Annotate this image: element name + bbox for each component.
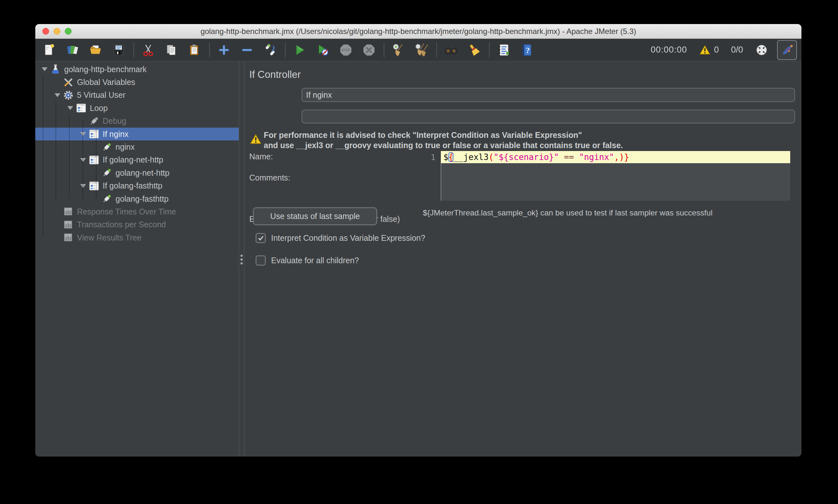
toolbar-separator [209,43,210,57]
toolbar: STOP? 00:00:00 0 0/0 [35,39,801,61]
warning-triangle-icon [699,44,711,56]
tree-item-response-times-over-time[interactable]: Response Times Over Time [35,205,239,218]
new-button[interactable] [40,41,58,59]
tree-item-label: Response Times Over Time [77,207,176,216]
tree-item-label: If golang-fasthttp [103,181,162,191]
checkbox-box[interactable] [256,233,266,243]
interpret-condition-checkbox[interactable]: Interpret Condition as Variable Expressi… [256,233,425,243]
tree-item-label: golang-net-http [116,168,169,178]
tree-item-label: If nginx [103,129,129,139]
tree-item-label: Debug [103,116,126,126]
evaluate-all-children-checkbox[interactable]: Evaluate for all children? [256,255,359,266]
expander-collapse-icon[interactable] [77,184,89,188]
tree-item-if-golang-net-http[interactable]: If golang-net-http [35,154,239,166]
jmeter-logo-icon [780,43,794,57]
controller-icon [89,129,100,140]
start-no-pauses-icon [316,43,330,57]
controller-icon [76,103,87,113]
last-sample-helper-text: ${JMeterThread.last_sample_ok} can be us… [423,209,713,217]
expander-collapse-icon[interactable] [39,67,50,71]
panel-splitter[interactable] [239,61,244,456]
start-button[interactable] [291,41,309,59]
name-input[interactable] [301,88,795,102]
tree-item-nginx[interactable]: nginx [35,140,239,153]
clear-button[interactable] [389,41,407,59]
toolbar-separator [436,43,437,57]
window-controls [42,24,72,38]
expression-code-line[interactable]: ${__jexl3("${scenario}" == "nginx",)} [441,151,790,163]
titlebar: golang-http-benchmark.jmx (/Users/nicola… [35,24,801,39]
tree-item-golang-http-benchmark[interactable]: golang-http-benchmark [35,63,239,76]
checkbox-label: Interpret Condition as Variable Expressi… [271,233,425,243]
content-area: golang-http-benchmarkGlobal Variables5 V… [35,61,801,456]
paste-icon [187,43,202,57]
close-button[interactable] [42,28,49,35]
zoom-button[interactable] [65,28,72,35]
expander-collapse-icon[interactable] [77,132,89,136]
shutdown-icon [362,43,376,57]
plus-icon [217,43,231,57]
save-button[interactable] [110,41,128,59]
tree-item-transactions-per-second[interactable]: Transactions per Second [35,218,239,231]
tree-item-loop[interactable]: Loop [35,102,239,114]
tree-item-5-virtual-user[interactable]: 5 Virtual User [35,89,239,102]
tree-item-label: nginx [116,142,135,152]
search-reset-button[interactable] [465,41,483,59]
copy-icon [164,43,178,57]
toolbar-buttons: STOP? [40,39,541,61]
elapsed-timer: 00:00:00 [651,45,687,55]
save-icon [112,43,126,57]
comments-input[interactable] [301,110,795,123]
add-element-button[interactable] [215,41,233,59]
clear-all-icon [415,43,429,57]
line-number: 1 [428,151,438,163]
toggle-element-button[interactable] [261,41,279,59]
start-no-pauses-button[interactable] [314,41,332,59]
tree-item-if-nginx[interactable]: If nginx [35,128,239,140]
cut-icon [141,43,155,57]
performance-warning-text: For performance it is advised to check "… [264,130,623,150]
tree-item-global-variables[interactable]: Global Variables [35,76,239,89]
tree-item-golang-net-http[interactable]: golang-net-http [35,166,239,179]
tree-item-if-golang-fasthttp[interactable]: If golang-fasthttp [35,180,239,192]
expander-collapse-icon[interactable] [65,106,76,110]
checkbox-box[interactable] [256,255,266,266]
expander-collapse-icon[interactable] [77,158,89,162]
log-errors-indicator[interactable]: 0 [699,44,719,56]
function-helper-button[interactable] [495,41,513,59]
minimize-button[interactable] [54,28,60,35]
stop-button[interactable]: STOP [337,41,355,59]
svg-text:?: ? [526,46,530,55]
toggle-icon [263,43,277,57]
tree-item-label: View Results Tree [77,233,141,242]
minus-icon [240,43,254,57]
page-title: If Controller [249,69,301,80]
expander-collapse-icon[interactable] [52,93,63,97]
sampler-icon [101,142,112,152]
search-button[interactable] [442,41,460,59]
start-icon [293,43,307,57]
help-icon: ? [520,43,534,57]
cut-button[interactable] [139,41,157,59]
paste-button[interactable] [186,41,204,59]
tree-item-golang-fasthttp[interactable]: golang-fasthttp [35,192,239,205]
editor-body[interactable] [441,163,790,201]
test-plan-tree: golang-http-benchmarkGlobal Variables5 V… [35,61,239,456]
help-button[interactable]: ? [518,41,536,59]
tree-item-view-results-tree[interactable]: View Results Tree [35,231,239,244]
open-button[interactable] [87,41,105,59]
templates-button[interactable] [64,41,82,59]
sampler-icon [101,167,112,178]
expression-editor[interactable]: 1 ${__jexl3("${scenario}" == "nginx",)} [428,151,790,201]
use-status-of-last-sample-button[interactable]: Use status of last sample [253,208,377,225]
copy-button[interactable] [162,41,180,59]
jmeter-logo-toggle-button[interactable] [777,40,797,60]
warning-triangle-icon [250,133,262,145]
remote-state-icon [755,43,768,56]
controller-icon [89,155,100,165]
tree-item-debug[interactable]: Debug [35,115,239,128]
clear-all-button[interactable] [413,41,431,59]
tree-item-label: Loop [90,104,108,113]
shutdown-button[interactable] [360,41,378,59]
remove-element-button[interactable] [238,41,256,59]
